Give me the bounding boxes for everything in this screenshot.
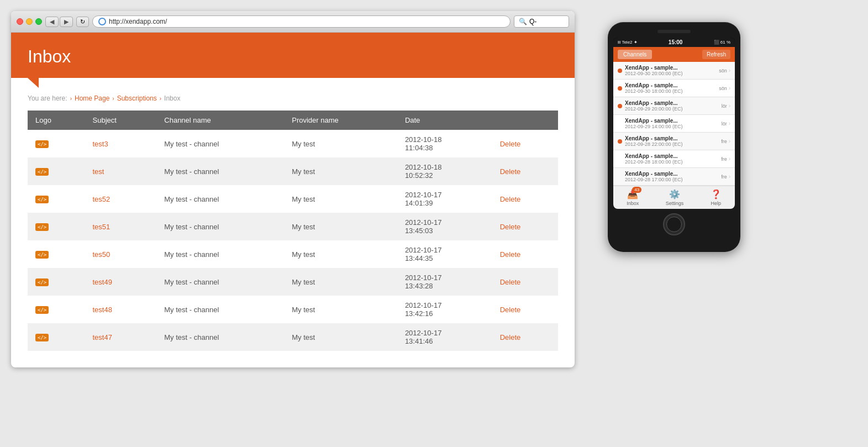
cell-provider: My test — [284, 213, 397, 240]
cell-delete: Delete — [492, 213, 558, 240]
unread-dot — [618, 69, 622, 73]
traffic-lights — [17, 18, 42, 25]
delete-button[interactable]: Delete — [500, 250, 521, 259]
phone-item-date: 2012-09-29 20:00:00 (EC) — [625, 106, 683, 112]
phone-inbox-nav[interactable]: 📥43 Inbox — [627, 189, 639, 206]
cell-logo: </> — [28, 296, 85, 323]
cell-delete: Delete — [492, 323, 558, 351]
unread-dot — [618, 104, 622, 108]
delete-button[interactable]: Delete — [500, 140, 521, 148]
phone-item-right: fre › — [721, 173, 730, 180]
phone-item-text: XendApp - sample... 2012-09-28 22:00:00 … — [625, 135, 683, 147]
phone-list-item[interactable]: XendApp - sample... 2012-09-30 18:00:00 … — [613, 80, 735, 97]
chevron-right-icon: › — [729, 156, 730, 162]
cell-logo: </> — [28, 240, 85, 268]
logo-badge: </> — [35, 223, 49, 231]
phone-item-day: fre — [721, 174, 727, 180]
cell-delete: Delete — [492, 240, 558, 268]
phone-item-left: XendApp - sample... 2012-09-28 17:00:00 … — [618, 171, 683, 182]
settings-icon: ⚙️ — [669, 189, 680, 199]
phone-item-text: XendApp - sample... 2012-09-29 20:00:00 … — [625, 100, 683, 112]
cell-logo: </> — [28, 268, 85, 296]
phone-item-text: XendApp - sample... 2012-09-28 18:00:00 … — [625, 153, 683, 165]
search-icon: 🔍 — [519, 18, 527, 25]
phone-bottom-bar: 📥43 Inbox ⚙️ Settings ❓ Help — [613, 186, 735, 209]
subject-link[interactable]: test3 — [93, 140, 108, 148]
phone-item-date: 2012-09-28 18:00:00 (EC) — [625, 159, 683, 165]
phone-list-item[interactable]: XendApp - sample... 2012-09-28 22:00:00 … — [613, 133, 735, 150]
phone-item-text: XendApp - sample... 2012-09-30 18:00:00 … — [625, 82, 683, 94]
phone-home-button[interactable] — [663, 213, 685, 235]
breadcrumb-home[interactable]: Home Page — [75, 94, 109, 102]
nav-buttons: ◀ ▶ — [45, 17, 73, 27]
cell-channel: My test - channel — [156, 296, 284, 323]
logo-badge: </> — [35, 278, 49, 286]
phone-item-right: fre › — [721, 138, 730, 144]
address-bar[interactable]: http://xendapp.com/ — [92, 15, 511, 28]
phone-settings-nav[interactable]: ⚙️ Settings — [666, 189, 684, 206]
phone-refresh-button[interactable]: Refresh — [702, 50, 730, 59]
subject-link[interactable]: tes50 — [93, 250, 111, 259]
inbox-badge: 43 — [632, 187, 641, 193]
forward-button[interactable]: ▶ — [60, 17, 73, 27]
table-header-row: Logo Subject Channel name Provider name … — [28, 111, 558, 130]
search-bar[interactable]: 🔍 Q- — [514, 15, 569, 28]
cell-subject: test48 — [85, 296, 157, 323]
phone: lll Tele2 ✦ 15:00 ⬛ 61 % Channels Refres… — [608, 22, 740, 252]
delete-button[interactable]: Delete — [500, 223, 521, 231]
delete-button[interactable]: Delete — [500, 195, 521, 203]
subject-link[interactable]: test49 — [93, 278, 112, 286]
subject-link[interactable]: tes51 — [93, 223, 111, 231]
phone-list-item[interactable]: XendApp - sample... 2012-09-28 17:00:00 … — [613, 168, 735, 186]
subject-link[interactable]: test — [93, 167, 104, 176]
phone-list-item[interactable]: XendApp - sample... 2012-09-28 18:00:00 … — [613, 150, 735, 168]
inbox-icon: 📥43 — [627, 189, 638, 199]
delete-button[interactable]: Delete — [500, 306, 521, 314]
phone-top-bar: Channels Refresh — [613, 47, 735, 62]
delete-button[interactable]: Delete — [500, 333, 521, 341]
subject-link[interactable]: test48 — [93, 306, 112, 314]
read-placeholder — [618, 175, 622, 179]
phone-list-item[interactable]: XendApp - sample... 2012-09-29 14:00:00 … — [613, 115, 735, 133]
subject-link[interactable]: test47 — [93, 333, 112, 341]
cell-channel: My test - channel — [156, 268, 284, 296]
phone-item-right: fre › — [721, 156, 730, 162]
phone-help-label: Help — [711, 201, 721, 206]
phone-item-day: sön — [719, 86, 727, 91]
chevron-right-icon: › — [729, 103, 730, 109]
breadcrumb-subscriptions[interactable]: Subscriptions — [117, 94, 157, 102]
cell-delete: Delete — [492, 157, 558, 185]
phone-list-item[interactable]: XendApp - sample... 2012-09-30 20:00:00 … — [613, 62, 735, 80]
phone-item-title: XendApp - sample... — [625, 135, 683, 141]
logo-badge: </> — [35, 334, 49, 341]
logo-badge: </> — [35, 251, 49, 259]
back-button[interactable]: ◀ — [45, 17, 59, 27]
close-button[interactable] — [17, 18, 23, 25]
cell-logo: </> — [28, 323, 85, 351]
col-provider: Provider name — [284, 111, 397, 130]
breadcrumb: You are here: › Home Page › Subscription… — [11, 78, 575, 111]
phone-item-date: 2012-09-29 14:00:00 (EC) — [625, 124, 683, 129]
phone-item-title: XendApp - sample... — [625, 171, 683, 177]
subject-link[interactable]: tes52 — [93, 195, 111, 203]
cell-logo: </> — [28, 185, 85, 213]
phone-item-title: XendApp - sample... — [625, 82, 683, 88]
cell-logo: </> — [28, 130, 85, 157]
phone-battery: ⬛ 61 % — [714, 40, 730, 45]
minimize-button[interactable] — [26, 18, 33, 25]
cell-subject: test49 — [85, 268, 157, 296]
phone-item-right: sön › — [719, 85, 730, 91]
phone-time: 15:00 — [669, 39, 683, 45]
phone-item-day: lör — [722, 103, 727, 109]
phone-help-nav[interactable]: ❓ Help — [711, 189, 722, 206]
cell-channel: My test - channel — [156, 157, 284, 185]
table-row: </> tes51 My test - channel My test 2012… — [28, 213, 558, 240]
phone-channels-tab[interactable]: Channels — [618, 50, 652, 59]
refresh-button[interactable]: ↻ — [76, 17, 89, 27]
delete-button[interactable]: Delete — [500, 278, 521, 286]
cell-subject: test3 — [85, 130, 157, 157]
maximize-button[interactable] — [35, 18, 42, 25]
delete-button[interactable]: Delete — [500, 167, 521, 176]
cell-provider: My test — [284, 240, 397, 268]
phone-list-item[interactable]: XendApp - sample... 2012-09-29 20:00:00 … — [613, 97, 735, 115]
